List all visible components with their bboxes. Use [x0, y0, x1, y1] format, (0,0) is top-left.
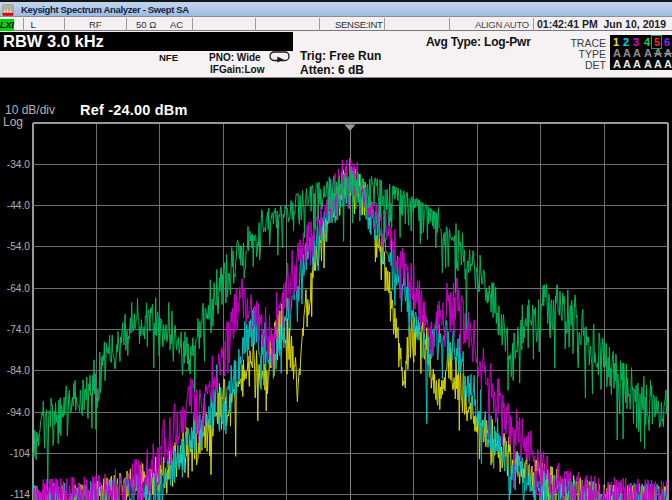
svg-text:-54.0: -54.0 [7, 241, 31, 252]
svg-text:-34.0: -34.0 [7, 159, 31, 170]
svg-text:-44.0: -44.0 [7, 200, 31, 211]
svg-text:-84.0: -84.0 [7, 365, 31, 376]
svg-text:-74.0: -74.0 [7, 324, 31, 335]
svg-text:-104: -104 [10, 448, 31, 459]
svg-text:-94.0: -94.0 [7, 407, 31, 418]
svg-text:-114: -114 [10, 489, 30, 500]
svg-text:-64.0: -64.0 [7, 283, 31, 294]
